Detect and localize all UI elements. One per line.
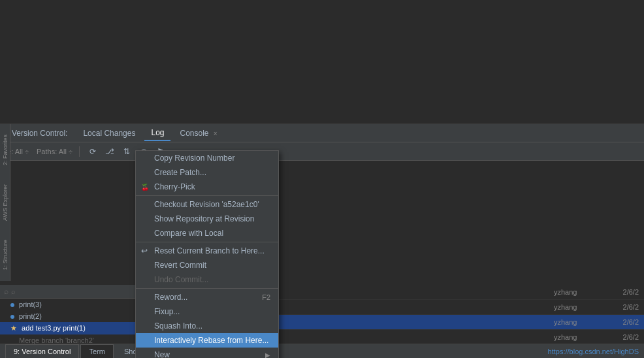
menu-item-interactive-rebase[interactable]: Interactively Rebase from Here...: [136, 333, 278, 348]
menu-item-reword[interactable]: Reword... F2: [136, 290, 278, 304]
submenu-arrow-icon: ▶: [265, 351, 270, 359]
menu-item-undo-commit: Undo Commit...: [136, 272, 278, 287]
favorites-side-panel[interactable]: 2: Favorites: [0, 124, 10, 176]
dot-icon: [10, 315, 14, 319]
search-icon: ⌕: [4, 287, 8, 296]
structure-label: 1: Structure: [2, 240, 8, 270]
vc-tab-term[interactable]: Term: [80, 344, 113, 358]
menu-item-new[interactable]: New ▶: [136, 348, 278, 358]
menu-item-fixup[interactable]: Fixup...: [136, 304, 278, 319]
menu-item-revert-commit[interactable]: Revert Commit: [136, 258, 278, 272]
star-icon: ★: [10, 324, 17, 332]
dot-icon: [10, 303, 14, 307]
url-hint: https://blog.csdn.net/HighDS: [548, 348, 639, 355]
refresh-icon: ⟳: [89, 147, 96, 156]
menu-separator-1: [136, 195, 278, 196]
toolbar-row: te: All ÷ Paths: All ÷ ⟳ ⎇ ⇅ ◉ ⚑: [0, 142, 644, 161]
tab-log[interactable]: Log: [144, 125, 170, 141]
tab-local-changes[interactable]: Local Changes: [76, 126, 142, 140]
vc-tab-version-control[interactable]: 9: Version Control: [5, 344, 79, 358]
menu-item-compare-local[interactable]: Compare with Local: [136, 226, 278, 240]
sort-button[interactable]: ⇅: [120, 145, 133, 158]
menu-item-copy-revision[interactable]: Copy Revision Number: [136, 151, 278, 165]
toolbar-separator-1: [79, 146, 80, 157]
structure-side-panel[interactable]: 1: Structure: [0, 229, 10, 281]
menu-item-create-patch[interactable]: Create Patch...: [136, 165, 278, 180]
branch-button[interactable]: ⎇: [103, 145, 116, 158]
bottom-panel: Version Control: Local Changes Log Conso…: [0, 124, 644, 358]
menu-item-cherry-pick[interactable]: 🍒 Cherry-Pick: [136, 180, 278, 194]
main-editor-area: [0, 0, 644, 124]
favorites-label: 2: Favorites: [2, 135, 8, 165]
menu-item-squash[interactable]: Squash Into...: [136, 319, 278, 333]
aws-side-panel[interactable]: AWS Explorer: [0, 176, 10, 229]
cherry-pick-icon: 🍒: [141, 184, 149, 191]
menu-item-show-repository[interactable]: Show Repository at Revision: [136, 212, 278, 226]
menu-item-checkout[interactable]: Checkout Revision 'a52ae1c0': [136, 197, 278, 212]
context-menu: Copy Revision Number Create Patch... 🍒 C…: [135, 150, 279, 358]
reset-icon: ↩: [141, 246, 148, 255]
file-item-1[interactable]: print(2): [0, 310, 137, 322]
menu-item-reset-branch[interactable]: ↩ Reset Current Branch to Here...: [136, 244, 278, 258]
tab-bar: Version Control: Local Changes Log Conso…: [0, 124, 644, 142]
refresh-button[interactable]: ⟳: [86, 145, 99, 158]
content-area: ⌕ print(3) print(2) ★ add test3.py print…: [0, 285, 644, 344]
file-list-panel: ⌕ print(3) print(2) ★ add test3.py print…: [0, 285, 137, 344]
paths-label: Paths: All ÷: [37, 148, 72, 155]
tab-console[interactable]: Console ×: [173, 126, 223, 140]
file-item-2[interactable]: ★ add test3.py print(1): [0, 322, 137, 334]
search-input[interactable]: [11, 287, 133, 295]
aws-label: AWS Explorer: [2, 184, 8, 221]
file-item-0[interactable]: print(3): [0, 299, 137, 310]
sort-icon: ⇅: [123, 147, 130, 156]
version-control-label: Version Control:: [5, 126, 74, 140]
menu-separator-2: [136, 242, 278, 242]
branch-icon: ⎇: [105, 147, 114, 156]
bottom-status-bar: 9: Version Control Term Show the dialog …: [0, 344, 644, 358]
reword-shortcut: F2: [262, 293, 270, 301]
search-bar: ⌕: [0, 285, 137, 299]
file-item-3[interactable]: Merge branch 'branch2': [0, 334, 137, 344]
console-close-icon[interactable]: ×: [214, 130, 217, 137]
menu-separator-3: [136, 288, 278, 289]
bottom-tabs: 9: Version Control Term: [5, 344, 114, 358]
